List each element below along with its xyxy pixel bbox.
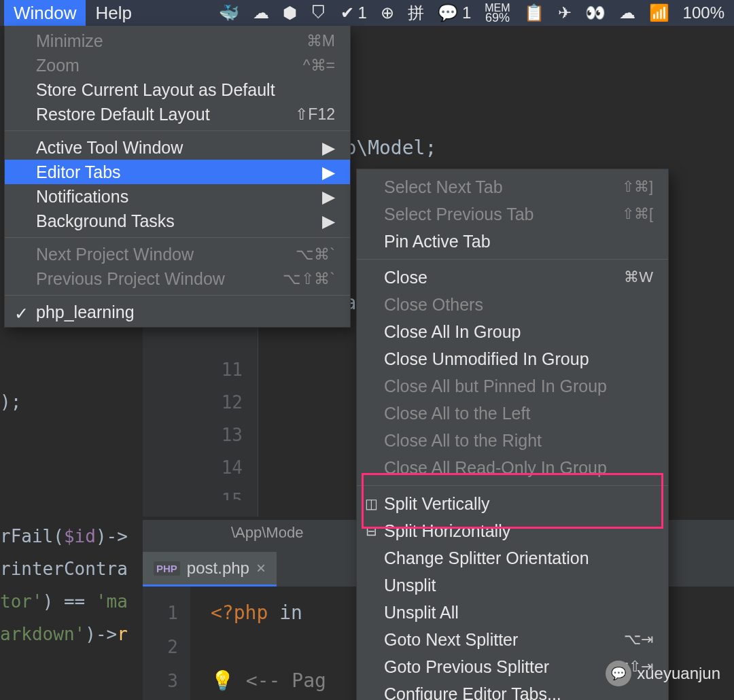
menu-select-next-tab: Select Next Tab⇧⌘] — [357, 173, 668, 200]
menu-separator — [357, 259, 668, 260]
file-tab-post-php[interactable]: PHP post.php × — [143, 552, 277, 587]
close-icon[interactable]: × — [256, 559, 266, 578]
menu-store-layout[interactable]: Store Current Layout as Default — [5, 77, 350, 102]
split-vertical-icon: ◫ — [364, 495, 379, 512]
menu-close-readonly: Close All Read-Only In Group — [357, 454, 668, 481]
menu-close-but-pinned: Close All but Pinned In Group — [357, 372, 668, 400]
menu-goto-next-splitter[interactable]: Goto Next Splitter⌥⇥ — [357, 626, 668, 653]
menu-window[interactable]: Window — [4, 0, 86, 27]
tab-filename: post.php — [187, 559, 249, 578]
plus-icon[interactable]: ⊕ — [381, 3, 394, 22]
menu-pin-active-tab[interactable]: Pin Active Tab — [357, 228, 668, 255]
menu-zoom: Zoom^⌘= — [5, 53, 350, 77]
menu-change-splitter-orientation[interactable]: Change Splitter Orientation — [357, 544, 668, 572]
wechat-name: xueyuanjun — [637, 664, 720, 683]
shield-icon[interactable]: ⛉ — [311, 3, 327, 22]
line-gutter-bottom: 1 2 3 — [143, 587, 190, 700]
menu-select-prev-tab: Select Previous Tab⇧⌘[ — [357, 200, 668, 228]
menu-close-all-in-group[interactable]: Close All In Group — [357, 318, 668, 345]
menu-notifications[interactable]: Notifications▶ — [5, 184, 350, 209]
wechat-icon: 💬 — [606, 661, 631, 686]
menu-unsplit-all[interactable]: Unsplit All — [357, 599, 668, 626]
menu-next-project-window: Next Project Window⌥⌘` — [5, 242, 350, 266]
menu-split-vertically[interactable]: ◫ Split Vertically — [357, 490, 668, 517]
wechat-icon[interactable]: 💬 1 — [438, 3, 471, 22]
menu-separator — [357, 485, 668, 486]
macos-menubar: Window Help 🐳 ☁ ⬢ ⛉ ✔ 1 ⊕ 拼 💬 1 MEM 69% … — [0, 0, 734, 26]
menu-unsplit[interactable]: Unsplit — [357, 572, 668, 599]
owl-icon[interactable]: 👀 — [585, 3, 606, 22]
menu-minimize: Minimize⌘M — [5, 29, 350, 53]
menu-background-tasks[interactable]: Background Tasks▶ — [5, 209, 350, 233]
menubar-tray: 🐳 ☁ ⬢ ⛉ ✔ 1 ⊕ 拼 💬 1 MEM 69% 📋 ✈ 👀 ☁ 📶 10… — [219, 2, 734, 24]
menu-prev-project-window: Previous Project Window⌥⇧⌘` — [5, 266, 350, 291]
menu-editor-tabs[interactable]: Editor Tabs▶ — [5, 160, 350, 184]
submenu-arrow-icon: ▶ — [322, 211, 335, 231]
bulb-icon[interactable]: 💡 — [211, 669, 234, 692]
battery-text[interactable]: 100% — [683, 3, 724, 22]
menu-restore-layout[interactable]: Restore Default Layout⇧F12 — [5, 102, 350, 126]
check-icon[interactable]: ✔ 1 — [340, 3, 367, 22]
check-icon: ✓ — [14, 304, 29, 323]
cloud-icon[interactable]: ☁ — [253, 3, 269, 22]
menu-close-left: Close All to the Left — [357, 400, 668, 427]
editor-tabs-submenu: Select Next Tab⇧⌘] Select Previous Tab⇧⌘… — [356, 169, 669, 700]
menu-separator — [5, 237, 350, 238]
wifi-icon[interactable]: 📶 — [649, 3, 669, 22]
menu-split-horizontally[interactable]: ⊟ Split Horizontally — [357, 517, 668, 544]
submenu-arrow-icon: ▶ — [322, 138, 335, 158]
php-file-icon: PHP — [154, 561, 180, 576]
plane-icon[interactable]: ✈ — [558, 3, 572, 22]
menu-close-others: Close Others — [357, 291, 668, 318]
box-icon[interactable]: ⬢ — [283, 3, 297, 22]
menu-active-tool-window[interactable]: Active Tool Window▶ — [5, 135, 350, 160]
menu-help[interactable]: Help — [86, 0, 141, 27]
memory-indicator[interactable]: MEM 69% — [485, 3, 510, 22]
pinyin-icon[interactable]: 拼 — [408, 2, 424, 24]
menu-separator — [5, 130, 350, 131]
weather-icon[interactable]: ☁ — [619, 3, 635, 22]
docker-icon[interactable]: 🐳 — [219, 3, 239, 22]
menu-separator — [5, 295, 350, 296]
menu-close-tab[interactable]: Close⌘W — [357, 264, 668, 291]
submenu-arrow-icon: ▶ — [322, 187, 335, 207]
menu-close-right: Close All to the Right — [357, 427, 668, 454]
window-menu-dropdown: Minimize⌘M Zoom^⌘= Store Current Layout … — [4, 26, 351, 328]
split-horizontal-icon: ⊟ — [364, 523, 379, 539]
submenu-arrow-icon: ▶ — [322, 162, 335, 182]
wechat-watermark: 💬 xueyuanjun — [606, 661, 720, 686]
paste-icon[interactable]: 📋 — [524, 3, 544, 22]
menu-close-unmodified[interactable]: Close Unmodified In Group — [357, 345, 668, 372]
menu-current-project[interactable]: ✓ php_learning — [5, 300, 350, 324]
